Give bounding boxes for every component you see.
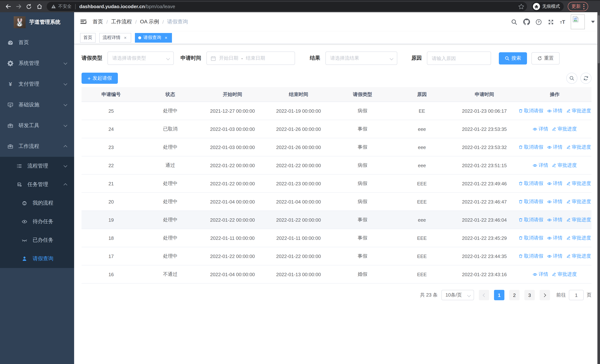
tag-leave-query[interactable]: 请假查询 × bbox=[135, 33, 172, 42]
breadcrumb-oa[interactable]: OA 示例 bbox=[140, 19, 159, 25]
sidebar-item-devtools[interactable]: 研发工具 bbox=[0, 115, 74, 136]
sidebar-item-payment[interactable]: ¥ 支付管理 bbox=[0, 74, 74, 94]
action-detail-link[interactable]: 详情 bbox=[547, 107, 562, 114]
table-row[interactable]: 21处理中2022-01-22 00:00:002022-01-23 00:00… bbox=[82, 175, 591, 193]
sidebar-item-leave-query[interactable]: 请假查询 bbox=[0, 250, 74, 268]
action-progress-link[interactable]: 审批进度 bbox=[552, 162, 577, 169]
action-progress-link[interactable]: 审批进度 bbox=[566, 180, 591, 187]
sidebar-item-my-process[interactable]: 我的流程 bbox=[0, 194, 74, 212]
toggle-search-button[interactable] bbox=[566, 73, 577, 84]
close-icon[interactable]: × bbox=[123, 35, 128, 40]
sidebar-item-infra[interactable]: 基础设施 bbox=[0, 94, 74, 115]
sidebar-item-todo-tasks[interactable]: 待办任务 bbox=[0, 212, 74, 231]
sidebar-fold-icon[interactable] bbox=[80, 19, 87, 25]
tag-home[interactable]: 首页 bbox=[80, 33, 96, 42]
prev-page-button[interactable] bbox=[479, 290, 489, 300]
result-select[interactable]: 请选择流结果 bbox=[325, 52, 397, 65]
help-icon[interactable]: ? bbox=[535, 19, 542, 25]
font-size-icon[interactable]: TT bbox=[560, 19, 565, 24]
action-detail-link[interactable]: 详情 bbox=[533, 271, 548, 278]
reset-button[interactable]: 重置 bbox=[531, 52, 560, 64]
action-progress-link[interactable]: 审批进度 bbox=[566, 198, 591, 205]
search-button[interactable]: 搜索 bbox=[499, 52, 527, 64]
flow-icon bbox=[16, 182, 22, 187]
action-detail-link[interactable]: 详情 bbox=[547, 144, 562, 150]
avatar[interactable] bbox=[571, 14, 585, 29]
action-cancel-link[interactable]: 取消请假 bbox=[518, 235, 543, 241]
table-toolbar: + 发起请假 bbox=[82, 73, 591, 84]
apply-time-range-picker[interactable]: 开始日期 - 结束日期 bbox=[206, 52, 295, 65]
page-button-2[interactable]: 2 bbox=[509, 290, 520, 300]
sidebar-item-task-mgmt[interactable]: 任务管理 bbox=[0, 175, 74, 194]
page-size-select[interactable]: 10条/页 bbox=[441, 290, 474, 300]
table-row[interactable]: 25处理中2021-12-27 00:00:002022-01-19 00:00… bbox=[82, 102, 591, 120]
action-detail-link[interactable]: 详情 bbox=[547, 235, 562, 241]
browser-home-icon[interactable] bbox=[34, 1, 45, 12]
leave-type-select[interactable]: 请选择请假类型 bbox=[107, 52, 174, 65]
table-row[interactable]: 16不通过2022-01-04 00:00:002022-01-13 00:00… bbox=[82, 265, 591, 284]
action-detail-link[interactable]: 详情 bbox=[533, 126, 548, 132]
url-bar[interactable]: 不安全 dashboard.yudao.iocoder.cn/bpm/oa/le… bbox=[47, 2, 527, 11]
browser-menu-update-button[interactable]: 更新 bbox=[568, 2, 588, 11]
action-cancel-link[interactable]: 取消请假 bbox=[518, 216, 543, 223]
action-cancel-link[interactable]: 取消请假 bbox=[518, 144, 543, 150]
action-detail-label: 详情 bbox=[553, 216, 562, 223]
scrollbar-thumb[interactable] bbox=[598, 15, 600, 63]
action-progress-link[interactable]: 审批进度 bbox=[566, 107, 591, 114]
reason-input[interactable] bbox=[427, 52, 491, 65]
browser-reload-icon[interactable] bbox=[24, 1, 34, 12]
refresh-table-button[interactable] bbox=[580, 73, 591, 84]
action-progress-link[interactable]: 审批进度 bbox=[566, 235, 591, 241]
sidebar-item-workflow[interactable]: 工作流程 bbox=[0, 136, 74, 157]
action-cancel-link[interactable]: 取消请假 bbox=[518, 107, 543, 114]
breadcrumb-workflow[interactable]: 工作流程 bbox=[111, 19, 132, 25]
page-button-3[interactable]: 3 bbox=[525, 290, 535, 300]
table-row[interactable]: 19处理中2022-01-22 00:00:002022-01-22 00:00… bbox=[82, 211, 591, 229]
goto-page-input[interactable] bbox=[569, 290, 584, 300]
action-detail-link[interactable]: 详情 bbox=[547, 198, 562, 205]
page-button-1[interactable]: 1 bbox=[494, 290, 504, 300]
reason-field[interactable] bbox=[427, 52, 491, 65]
avatar-caret-icon[interactable] bbox=[591, 21, 595, 23]
fullscreen-icon[interactable] bbox=[548, 19, 554, 25]
security-indicator[interactable]: 不安全 bbox=[51, 3, 72, 10]
action-progress-link[interactable]: 审批进度 bbox=[566, 216, 591, 223]
create-leave-button[interactable]: + 发起请假 bbox=[82, 73, 118, 84]
action-cancel-link[interactable]: 取消请假 bbox=[518, 253, 543, 260]
action-progress-link[interactable]: 审批进度 bbox=[552, 126, 577, 132]
sidebar-item-process-mgmt[interactable]: 流程管理 bbox=[0, 157, 74, 175]
close-icon[interactable]: × bbox=[163, 35, 169, 40]
leave-type-label: 请假类型 bbox=[82, 55, 102, 62]
create-leave-label: 发起请假 bbox=[93, 75, 112, 82]
action-detail-link[interactable]: 详情 bbox=[547, 180, 562, 187]
table-row[interactable]: 22通过2022-01-22 00:00:002022-01-22 00:00:… bbox=[82, 156, 591, 175]
next-page-button[interactable] bbox=[540, 290, 550, 300]
breadcrumb-home[interactable]: 首页 bbox=[93, 19, 103, 25]
action-cancel-link[interactable]: 取消请假 bbox=[518, 180, 543, 187]
browser-scrollbar[interactable] bbox=[597, 12, 600, 364]
table-row[interactable]: 18处理中2022-01-11 00:00:002022-01-11 00:00… bbox=[82, 229, 591, 247]
sidebar-item-done-tasks[interactable]: 已办任务 bbox=[0, 231, 74, 250]
browser-forward-icon[interactable] bbox=[13, 1, 24, 12]
action-detail-link[interactable]: 详情 bbox=[533, 162, 548, 169]
tag-process-detail[interactable]: 流程详情 × bbox=[99, 33, 131, 42]
action-progress-link[interactable]: 审批进度 bbox=[566, 253, 591, 260]
action-progress-link[interactable]: 审批进度 bbox=[552, 271, 577, 278]
sidebar-item-system[interactable]: 系统管理 bbox=[0, 53, 74, 74]
action-detail-link[interactable]: 详情 bbox=[547, 216, 562, 223]
table-row[interactable]: 23处理中2022-01-03 00:00:002022-01-26 00:00… bbox=[82, 138, 591, 156]
table-row[interactable]: 20处理中2022-01-04 00:00:002022-01-04 00:00… bbox=[82, 193, 591, 211]
search-icon[interactable] bbox=[511, 19, 518, 25]
action-cancel-link[interactable]: 取消请假 bbox=[518, 198, 543, 205]
sidebar-item-home[interactable]: 首页 bbox=[0, 32, 74, 53]
app-logo-row[interactable]: 🐰 芋道管理系统 bbox=[0, 12, 74, 32]
action-progress-link[interactable]: 审批进度 bbox=[566, 144, 591, 150]
table-row[interactable]: 17处理中2022-01-22 00:00:002022-01-22 00:00… bbox=[82, 247, 591, 265]
github-icon[interactable] bbox=[523, 19, 530, 25]
bookmark-star-icon[interactable] bbox=[518, 4, 524, 9]
kebab-menu-icon[interactable] bbox=[583, 4, 584, 9]
cell-end: 2022-01-22 00:00:00 bbox=[265, 253, 332, 259]
table-row[interactable]: 24已取消2022-01-03 00:00:002022-01-26 00:00… bbox=[82, 120, 591, 138]
action-detail-link[interactable]: 详情 bbox=[547, 253, 562, 260]
browser-back-icon[interactable] bbox=[3, 1, 13, 12]
